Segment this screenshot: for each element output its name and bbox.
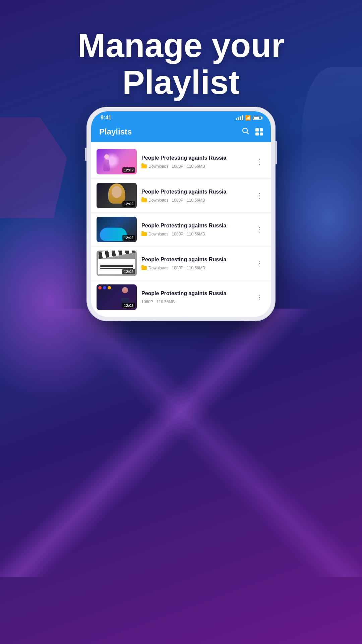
folder-icon: [141, 164, 147, 168]
item-meta-5: 1080P 110.56MB: [141, 300, 249, 304]
status-icons: 📶: [236, 115, 261, 120]
item-info-5: People Protesting againts Russia 1080P 1…: [141, 290, 249, 305]
quality-label: 1080P: [141, 300, 153, 304]
item-info-1: People Protesting againts Russia Downloa…: [141, 155, 249, 169]
more-options-button[interactable]: ⋮: [253, 224, 265, 235]
quality-label: 1080P: [172, 232, 183, 236]
item-meta-1: Downloads 1080P 110.56MB: [141, 164, 249, 169]
size-label: 110.56MB: [187, 198, 205, 203]
size-label: 110.56MB: [187, 266, 205, 270]
item-info-2: People Protesting againts Russia Downloa…: [141, 189, 249, 203]
playlist-item[interactable]: 12:02 People Protesting againts Russia D…: [91, 179, 271, 213]
folder-icon: [141, 232, 147, 236]
phone-screen: 9:41 📶 Playlists: [91, 111, 271, 317]
item-title-4: People Protesting againts Russia: [141, 256, 249, 263]
signal-icon: [236, 115, 243, 120]
status-time: 9:41: [101, 115, 111, 121]
item-meta-3: Downloads 1080P 110.56MB: [141, 232, 249, 236]
app-header: Playlists: [91, 123, 271, 142]
app-title: Playlists: [99, 127, 132, 137]
status-bar: 9:41 📶: [91, 111, 271, 123]
thumbnail-4: 12:02: [97, 251, 137, 276]
item-title-1: People Protesting againts Russia: [141, 155, 249, 162]
folder-tag: Downloads: [141, 232, 168, 236]
playlist-item[interactable]: 12:02 People Protesting againts Russia D…: [91, 213, 271, 247]
phone-frame: 9:41 📶 Playlists: [87, 107, 275, 321]
more-options-button[interactable]: ⋮: [253, 156, 265, 167]
phone-side-button-left: [85, 148, 87, 161]
item-meta-2: Downloads 1080P 110.56MB: [141, 198, 249, 203]
light-red: [98, 286, 102, 289]
phone-side-button-right: [275, 141, 277, 164]
folder-name: Downloads: [148, 232, 168, 236]
duration-badge: 12:02: [122, 303, 135, 308]
bg-lightning: [0, 309, 362, 577]
more-options-button[interactable]: ⋮: [253, 190, 265, 201]
wifi-icon: 📶: [245, 115, 251, 120]
folder-name: Downloads: [148, 164, 168, 169]
folder-icon: [141, 198, 147, 202]
playlist-item[interactable]: 12:02 People Protesting againts Russia 1…: [91, 280, 271, 314]
duration-badge: 12:02: [122, 235, 135, 240]
size-label: 110.56MB: [187, 164, 205, 169]
search-icon[interactable]: [241, 127, 249, 137]
thumbnail-5: 12:02: [97, 284, 137, 310]
quality-label: 1080P: [172, 266, 183, 270]
duration-badge: 12:02: [122, 201, 135, 207]
thumbnail-2: 12:02: [97, 183, 137, 208]
bg-hand-silhouette: [0, 117, 67, 218]
phone-mockup: 9:41 📶 Playlists: [87, 107, 275, 321]
item-title-2: People Protesting againts Russia: [141, 189, 249, 196]
playlist-item[interactable]: 12:02 People Protesting againts Russia D…: [91, 145, 271, 179]
folder-name: Downloads: [148, 198, 168, 203]
playlist-container: 12:02 People Protesting againts Russia D…: [91, 142, 271, 317]
size-label: 110.56MB: [187, 232, 205, 236]
item-title-3: People Protesting againts Russia: [141, 222, 249, 229]
grid-view-icon[interactable]: [255, 128, 263, 136]
folder-tag: Downloads: [141, 164, 168, 169]
header-actions: [241, 127, 263, 137]
playlist-item[interactable]: 12:02 People Protesting againts Russia D…: [91, 247, 271, 280]
more-options-button[interactable]: ⋮: [253, 292, 265, 303]
hero-headline: Manage your Playlist: [0, 27, 362, 101]
folder-tag: Downloads: [141, 198, 168, 203]
item-meta-4: Downloads 1080P 110.56MB: [141, 266, 249, 270]
more-options-button[interactable]: ⋮: [253, 258, 265, 269]
svg-point-0: [243, 128, 247, 133]
quality-label: 1080P: [172, 164, 183, 169]
item-info-4: People Protesting againts Russia Downloa…: [141, 256, 249, 271]
duration-badge: 12:02: [122, 269, 135, 274]
item-title-5: People Protesting againts Russia: [141, 290, 249, 297]
light-yellow: [108, 286, 111, 289]
duration-badge: 12:02: [122, 167, 135, 173]
page-hero-text: Manage your Playlist: [0, 27, 362, 101]
svg-line-1: [247, 132, 249, 135]
headline-line1: Manage your: [78, 26, 285, 64]
folder-name: Downloads: [148, 266, 168, 270]
quality-label: 1080P: [172, 198, 183, 203]
thumbnail-1: 12:02: [97, 149, 137, 174]
thumbnail-3: 12:02: [97, 217, 137, 242]
folder-tag: Downloads: [141, 266, 168, 270]
size-label: 110.56MB: [157, 300, 175, 304]
folder-icon: [141, 266, 147, 270]
light-blue: [103, 286, 106, 289]
headline-line2: Playlist: [122, 63, 240, 101]
battery-icon: [253, 116, 261, 120]
item-info-3: People Protesting againts Russia Downloa…: [141, 222, 249, 237]
